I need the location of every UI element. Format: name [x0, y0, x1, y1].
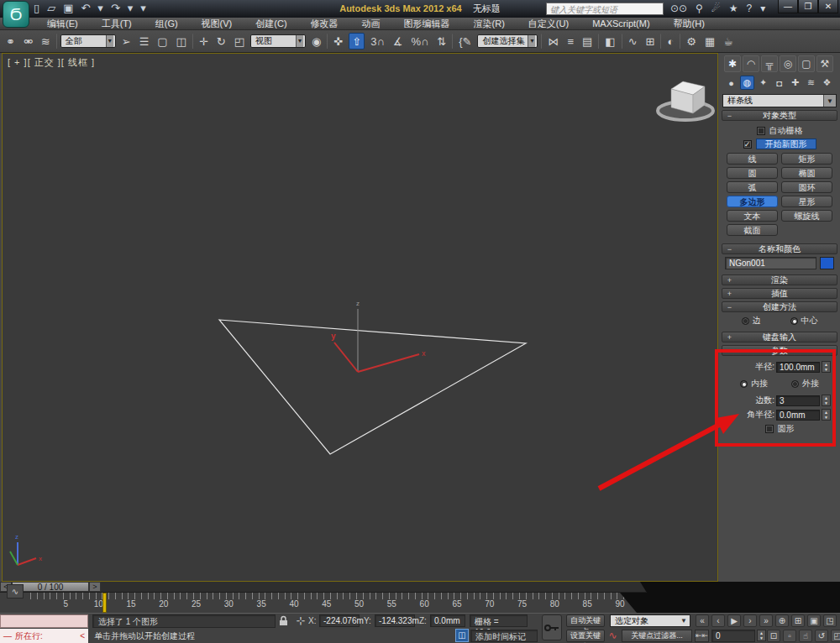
autogrid-checkbox[interactable]	[757, 127, 765, 135]
new-file-icon[interactable]: ▯	[34, 2, 39, 14]
button-ngon[interactable]: 多边形	[727, 196, 778, 207]
macro-recorder-strip[interactable]	[0, 614, 88, 628]
start-new-shape-button[interactable]: 开始新图形	[756, 139, 816, 149]
key-mode-toggle[interactable]: ⇤⇤	[695, 630, 709, 642]
named-selection-sets-dropdown[interactable]: 创建选择集 ▾	[477, 34, 538, 48]
menu-item[interactable]: 修改器	[299, 18, 350, 30]
minimize-button[interactable]: —	[778, 0, 798, 13]
chevron-down-icon[interactable]: ▼	[823, 95, 836, 107]
ngon-triangle-shape[interactable]	[219, 320, 526, 454]
object-color-swatch[interactable]	[820, 257, 834, 269]
subtab-helpers[interactable]: ✚	[788, 76, 802, 90]
button-circle[interactable]: 圆	[727, 167, 778, 179]
align-icon[interactable]: ≡ ▾	[564, 33, 576, 50]
select-and-rotate-icon[interactable]: ↻ ▾	[214, 33, 228, 50]
selected-object-dropdown[interactable]: 选定对象 ▼	[610, 614, 690, 627]
menu-item[interactable]: 编辑(E)	[35, 18, 90, 30]
rollout-header-parameters[interactable]: − 参数	[722, 345, 837, 356]
toolbar-options-caret-icon[interactable]: ▾	[140, 2, 146, 14]
help-icon[interactable]: ?	[746, 3, 752, 14]
graphite-ribbon-icon[interactable]: ◧ ▾	[602, 33, 617, 50]
selection-lock-icon[interactable]	[279, 615, 288, 626]
next-frame-nub[interactable]: >	[89, 582, 101, 592]
subtab-systems[interactable]: ❖	[820, 76, 834, 90]
rollout-header-keyboard-entry[interactable]: + 键盘输入	[722, 332, 837, 342]
z-coordinate-field[interactable]: 0.0mm	[430, 614, 465, 627]
creation-center-radio[interactable]: 中心	[790, 315, 818, 327]
time-tag-icon[interactable]: ◫	[455, 629, 469, 642]
set-keys-curve-icon[interactable]: ∿	[606, 630, 619, 642]
keyboard-override-icon[interactable]: ⇧ ▾	[349, 33, 365, 50]
rollout-header-name-color[interactable]: − 名称和颜色	[722, 243, 837, 254]
toolbar-separator[interactable]: ▾	[327, 34, 328, 49]
orbit-button[interactable]: ↺	[815, 630, 828, 642]
app-logo[interactable]: Ϭ	[3, 1, 29, 28]
render-production-icon[interactable]: ☕ ▾	[721, 33, 736, 50]
view-cube[interactable]	[658, 81, 713, 120]
menu-item[interactable]: 图形编辑器	[392, 18, 462, 30]
subtab-cameras[interactable]: ◘	[772, 76, 786, 90]
reference-coordinate-dropdown[interactable]: 视图 ▾	[250, 34, 306, 48]
schematic-view-icon[interactable]: ⊞ ▾	[643, 33, 658, 50]
wrench-icon[interactable]: ⚲	[696, 3, 703, 14]
spinner-snap-icon[interactable]: ⇅ ▾	[434, 33, 449, 50]
zoom-extents-all-button[interactable]: ◳	[823, 614, 837, 627]
communication-center-icon[interactable]: ☄	[711, 3, 721, 14]
sides-field[interactable]: 3	[776, 395, 820, 406]
button-text[interactable]: 文本	[727, 210, 778, 222]
undo-caret-icon[interactable]: ▾	[97, 2, 103, 14]
next-frame-button[interactable]: ›	[743, 614, 757, 627]
use-pivot-point-icon[interactable]: ◉ ▾	[309, 33, 323, 50]
menu-item[interactable]: 创建(C)	[244, 18, 298, 30]
toolbar-separator[interactable]: ▾	[56, 34, 57, 49]
tab-display[interactable]: ▢	[798, 55, 815, 72]
track-bar[interactable]: 51015202530354045505560657075808590	[0, 593, 637, 613]
select-object-icon[interactable]: ➢ ▾	[119, 33, 134, 50]
zoom-button[interactable]: ⊕	[775, 614, 789, 627]
select-and-scale-icon[interactable]: ◰ ▾	[232, 33, 247, 50]
redo-icon[interactable]: ↷	[111, 2, 120, 14]
rollout-header-interpolation[interactable]: + 插值	[722, 288, 837, 299]
radius-field[interactable]: 100.0mm	[776, 362, 820, 373]
zoom-region-button[interactable]: ▫	[783, 630, 796, 642]
button-donut[interactable]: 圆环	[781, 181, 832, 193]
inscribed-radio[interactable]: 内接	[740, 378, 768, 389]
tab-modify[interactable]: ◠	[743, 55, 759, 72]
pan-button[interactable]: ☝	[799, 630, 812, 642]
bind-to-space-warp-icon[interactable]: ≋ ▾	[39, 33, 53, 50]
object-name-input[interactable]: NGon001	[725, 257, 816, 269]
render-setup-icon[interactable]: ⚙ ▾	[684, 33, 699, 50]
auto-key-button[interactable]: 自动关键点	[566, 614, 605, 627]
frame-spinner[interactable]: ▲▼	[757, 630, 766, 641]
transform-type-in-icon[interactable]: ⊹	[294, 614, 307, 627]
edit-named-selections-icon[interactable]: {✎ ▾	[456, 33, 474, 50]
select-and-manipulate-icon[interactable]: ✜ ▾	[331, 33, 345, 50]
help-caret-icon[interactable]: ▾	[760, 3, 765, 14]
y-coordinate-field[interactable]: -124.323m	[375, 614, 415, 627]
mini-curve-editor-button[interactable]: ∿	[7, 584, 24, 599]
material-editor-icon[interactable]: ◐ ▾	[664, 33, 676, 50]
menu-item[interactable]: 组(G)	[144, 18, 190, 30]
maxscript-mini-listener[interactable]: — 所在行: <	[0, 629, 88, 643]
select-and-move-icon[interactable]: ✛ ▾	[197, 33, 211, 50]
circumscribed-radio[interactable]: 外接	[791, 378, 819, 389]
goto-start-button[interactable]: «	[696, 614, 709, 627]
window-crossing-icon[interactable]: ◫ ▾	[174, 33, 189, 50]
toolbar-separator[interactable]: ▾	[541, 34, 542, 49]
button-star[interactable]: 星形	[781, 196, 832, 207]
rollout-header-rendering[interactable]: + 渲染	[722, 274, 837, 285]
tab-motion[interactable]: ◎	[780, 55, 796, 72]
curve-editor-icon[interactable]: ∿ ▾	[626, 33, 640, 50]
current-frame-marker[interactable]	[102, 593, 107, 613]
menu-item[interactable]: 视图(V)	[190, 18, 244, 30]
button-rectangle[interactable]: 矩形	[781, 153, 832, 165]
radius-spinner[interactable]: ▲▼	[822, 361, 831, 373]
toolbar-separator[interactable]: ▾	[452, 34, 453, 49]
button-arc[interactable]: 弧	[727, 181, 778, 193]
rollout-header-creation-method[interactable]: − 创建方法	[722, 301, 837, 312]
toolbar-separator[interactable]: ▾	[622, 34, 622, 49]
select-by-name-icon[interactable]: ☰ ▾	[137, 33, 152, 50]
tab-hierarchy[interactable]: ╦	[761, 55, 778, 72]
toolbar-separator[interactable]: ▾	[680, 34, 680, 49]
corner-radius-spinner[interactable]: ▲▼	[822, 409, 831, 421]
